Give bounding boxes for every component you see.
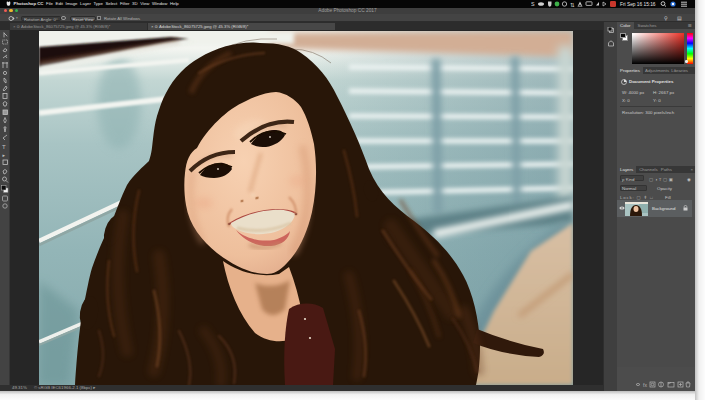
svg-text:S: S (531, 1, 535, 7)
svg-text:T: T (2, 144, 6, 150)
svg-text:▸: ▸ (3, 152, 6, 158)
svg-text:Fri Sep 16 15:16: Fri Sep 16 15:16 (620, 2, 656, 7)
svg-text:fx: fx (643, 382, 647, 388)
svg-text:⇅: ⇅ (570, 2, 575, 8)
